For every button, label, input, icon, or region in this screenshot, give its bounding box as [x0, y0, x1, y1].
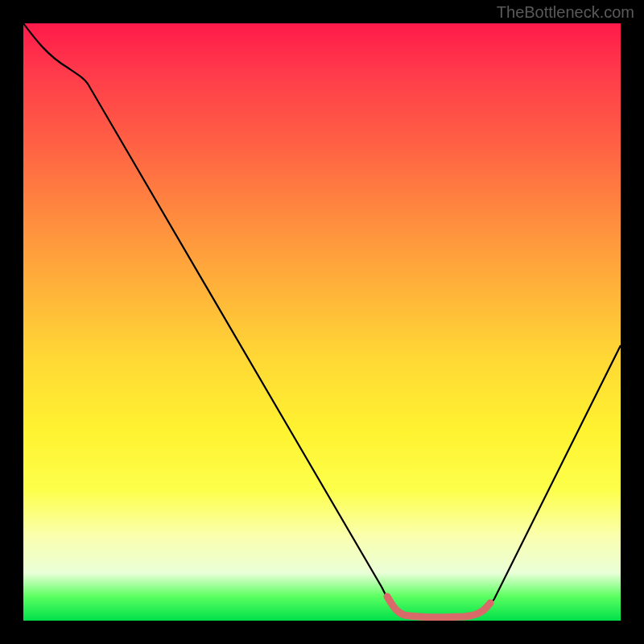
plot-area	[23, 23, 621, 621]
attribution-text: TheBottleneck.com	[497, 3, 634, 22]
chart-svg	[23, 23, 621, 621]
highlight-segment-line	[387, 597, 490, 617]
bottleneck-curve-line	[23, 23, 621, 617]
